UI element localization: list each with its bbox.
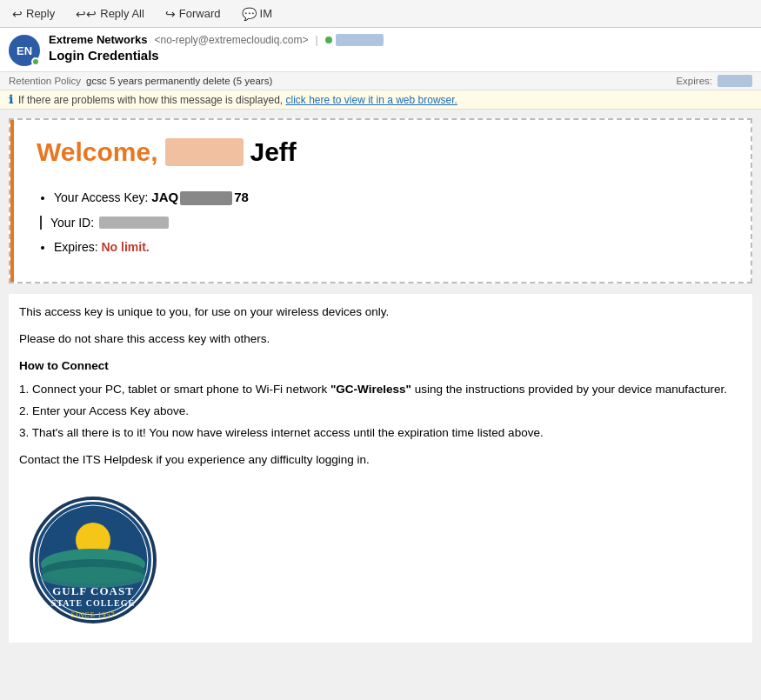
access-key-prefix: JAQ xyxy=(151,190,178,204)
credentials-list: Your Access Key: JAQ78 xyxy=(54,184,733,210)
step3: 3. That's all there is to it! You now ha… xyxy=(19,423,742,443)
email-subject: Login Credentials xyxy=(49,48,752,63)
info-icon: ℹ xyxy=(9,93,13,106)
svg-text:SINCE 1957: SINCE 1957 xyxy=(70,611,115,619)
email-card: Welcome, Jeff Your Access Key: JAQ78 You… xyxy=(9,118,752,283)
contact-helpdesk: Contact the ITS Helpdesk if you experien… xyxy=(19,450,742,470)
online-indicator xyxy=(325,34,384,46)
sender-name: Extreme Networks xyxy=(49,33,147,46)
access-key-suffix: 78 xyxy=(234,190,249,204)
expires-label: Expires: xyxy=(676,76,712,86)
access-key-label: Your Access Key: xyxy=(54,190,148,204)
body-para1: This access key is unique to you, for us… xyxy=(19,303,742,323)
expires-item-label: Expires: xyxy=(54,240,98,254)
online-dot xyxy=(325,37,332,43)
your-id-redacted xyxy=(99,217,169,229)
avatar: EN xyxy=(9,35,40,66)
logo-area: GULF COAST STATE COLLEGE SINCE 1957 xyxy=(9,486,752,643)
access-key-value: JAQ78 xyxy=(151,190,249,204)
expires-list: Expires: No limit. xyxy=(54,235,733,259)
info-text: If there are problems with how this mess… xyxy=(18,94,457,106)
online-bar xyxy=(336,34,384,46)
reply-icon: ↩ xyxy=(12,7,23,21)
welcome-prefix: Welcome, xyxy=(37,137,158,167)
retention-policy-label: Retention Policy xyxy=(9,76,81,86)
retention-bar: Retention Policy gcsc 5 years permanentl… xyxy=(0,72,761,90)
reply-label: Reply xyxy=(26,7,55,20)
cursor xyxy=(40,216,42,230)
info-bar: ℹ If there are problems with how this me… xyxy=(0,90,761,110)
expires-item: Expires: No limit. xyxy=(54,235,733,259)
im-icon: 💬 xyxy=(242,7,257,21)
how-to-connect-heading: How to Connect xyxy=(19,357,742,377)
forward-icon: ↪ xyxy=(165,7,176,21)
your-id-line: Your ID: xyxy=(40,216,733,230)
view-in-browser-link[interactable]: click here to view it in a web browser. xyxy=(285,94,457,106)
email-body-wrapper: Welcome, Jeff Your Access Key: JAQ78 You… xyxy=(0,110,761,657)
reply-all-button[interactable]: ↩↩ Reply All xyxy=(70,5,150,23)
your-id-label: Your ID: xyxy=(50,216,94,230)
reply-button[interactable]: ↩ Reply xyxy=(7,5,60,23)
sender-info: Extreme Networks <no-reply@extremecloudi… xyxy=(49,33,752,63)
step1-suffix: using the instructions provided by your … xyxy=(415,383,727,396)
email-toolbar: ↩ Reply ↩↩ Reply All ↪ Forward 💬 IM xyxy=(0,0,761,28)
expires-section: Expires: xyxy=(676,75,752,87)
body-para2: Please do not share this access key with… xyxy=(19,330,742,350)
svg-text:GULF COAST: GULF COAST xyxy=(52,584,134,597)
welcome-jeff: Jeff xyxy=(250,137,297,167)
reply-all-label: Reply All xyxy=(100,7,144,20)
expires-bar xyxy=(718,75,752,87)
network-name: "GC-Wireless" xyxy=(330,383,411,396)
email-body-text: This access key is unique to you, for us… xyxy=(9,294,752,486)
reply-all-icon: ↩↩ xyxy=(76,7,97,21)
avatar-initials: EN xyxy=(17,44,32,57)
gcsc-logo: GULF COAST STATE COLLEGE SINCE 1957 xyxy=(19,495,167,625)
connection-steps: 1. Connect your PC, tablet or smart phon… xyxy=(19,380,742,443)
access-key-redacted xyxy=(180,191,232,205)
expires-no-limit: No limit. xyxy=(101,240,149,254)
access-key-item: Your Access Key: JAQ78 xyxy=(54,184,733,210)
step2: 2. Enter your Access Key above. xyxy=(19,402,742,422)
step1-text: 1. Connect your PC, tablet or smart phon… xyxy=(19,383,327,396)
email-header: EN Extreme Networks <no-reply@extremeclo… xyxy=(0,28,761,72)
svg-text:STATE COLLEGE: STATE COLLEGE xyxy=(51,598,135,608)
forward-button[interactable]: ↪ Forward xyxy=(160,5,226,23)
welcome-heading: Welcome, Jeff xyxy=(37,137,733,167)
welcome-name-redacted xyxy=(165,138,244,166)
retention-policy-value: gcsc 5 years permanently delete (5 years… xyxy=(86,76,272,86)
sender-email: <no-reply@extremecloudiq.com> xyxy=(154,34,308,46)
online-status-dot xyxy=(31,57,40,66)
step1: 1. Connect your PC, tablet or smart phon… xyxy=(19,380,742,400)
sender-line: Extreme Networks <no-reply@extremecloudi… xyxy=(49,33,752,46)
divider: | xyxy=(315,34,317,46)
im-label: IM xyxy=(260,7,272,20)
im-button[interactable]: 💬 IM xyxy=(237,5,277,23)
forward-label: Forward xyxy=(179,7,221,20)
